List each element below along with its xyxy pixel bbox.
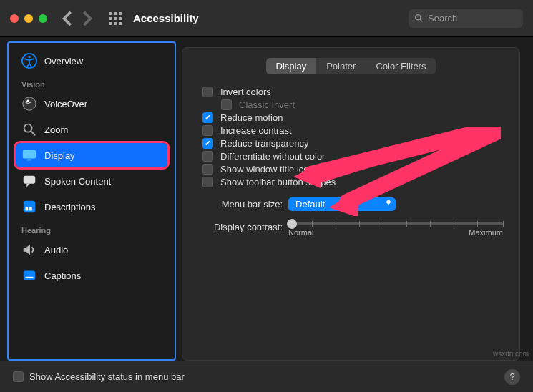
svg-rect-24 — [26, 277, 34, 278]
svg-rect-18 — [27, 160, 31, 161]
svg-rect-19 — [24, 176, 36, 184]
display-icon — [21, 147, 37, 163]
sidebar-item-label: Descriptions — [44, 202, 96, 212]
watermark: wsxdn.com — [493, 350, 529, 358]
svg-rect-3 — [109, 17, 112, 20]
svg-line-16 — [31, 132, 36, 136]
captions-icon — [21, 268, 37, 283]
svg-rect-6 — [109, 22, 112, 25]
checkbox[interactable] — [202, 125, 213, 136]
sidebar-item-display[interactable]: Display — [16, 143, 167, 167]
checkbox[interactable] — [202, 112, 213, 123]
svg-rect-22 — [29, 207, 32, 211]
settings-panel: Display Pointer Color Filters Invert col… — [182, 47, 520, 361]
option-toolbar-shapes[interactable]: Show toolbar button shapes — [202, 177, 505, 187]
sidebar-item-label: Zoom — [44, 124, 68, 135]
help-button[interactable]: ? — [504, 369, 520, 385]
checkbox[interactable] — [202, 87, 213, 97]
sidebar-item-label: Audio — [44, 245, 68, 255]
speech-bubble-icon — [21, 173, 37, 189]
tab-display[interactable]: Display — [266, 58, 317, 74]
sidebar-item-audio[interactable]: Audio — [16, 237, 167, 262]
svg-rect-2 — [119, 12, 122, 15]
svg-rect-5 — [119, 17, 122, 20]
status-checkbox[interactable] — [13, 371, 24, 382]
display-contrast-slider[interactable] — [288, 222, 503, 225]
voiceover-icon — [21, 96, 37, 112]
sidebar-item-overview[interactable]: Overview — [16, 49, 167, 73]
checkbox — [221, 99, 232, 110]
option-increase-contrast[interactable]: Increase contrast — [202, 125, 505, 136]
checkbox[interactable] — [202, 164, 213, 175]
sidebar-item-label: Display — [44, 150, 75, 161]
svg-rect-20 — [24, 201, 36, 213]
back-button[interactable] — [60, 11, 76, 26]
svg-point-9 — [416, 15, 421, 20]
search-placeholder: Search — [428, 13, 457, 24]
svg-rect-0 — [109, 12, 112, 15]
close-window-button[interactable] — [10, 14, 19, 23]
content-area: Display Pointer Color Filters Invert col… — [176, 37, 533, 361]
footer-bar: Show Accessibility status in menu bar ? — [0, 361, 533, 392]
option-reduce-motion[interactable]: Reduce motion — [202, 112, 505, 123]
minimize-window-button[interactable] — [24, 14, 33, 23]
menu-bar-size-row: Menu bar size: Default — [202, 197, 505, 211]
sidebar-item-label: Captions — [44, 270, 81, 281]
sidebar-item-label: VoiceOver — [44, 99, 87, 109]
search-icon — [414, 14, 424, 23]
svg-line-10 — [420, 19, 422, 21]
sidebar-item-label: Overview — [44, 56, 83, 67]
page-title: Accessibility — [133, 12, 199, 24]
option-invert-colors[interactable]: Invert colors — [202, 87, 505, 97]
checkbox[interactable] — [202, 151, 213, 162]
sidebar-section-vision: Vision — [21, 80, 167, 89]
window-titlebar: Accessibility Search — [0, 0, 533, 37]
window-controls — [10, 14, 47, 23]
svg-rect-17 — [23, 150, 36, 159]
svg-rect-1 — [114, 12, 117, 15]
display-contrast-row: Display contrast: Normal Maximum — [202, 217, 505, 237]
maximize-window-button[interactable] — [39, 14, 47, 23]
search-input[interactable]: Search — [409, 9, 523, 28]
tab-pointer[interactable]: Pointer — [316, 58, 366, 74]
grid-icon[interactable] — [107, 11, 123, 26]
svg-rect-23 — [24, 271, 36, 280]
forward-button[interactable] — [79, 11, 94, 26]
sidebar-item-label: Spoken Content — [44, 176, 111, 187]
option-differentiate[interactable]: Differentiate without color — [202, 151, 505, 162]
tab-bar: Display Pointer Color Filters — [197, 48, 505, 84]
sidebar-item-descriptions[interactable]: Descriptions — [16, 195, 167, 219]
slider-max-label: Maximum — [469, 228, 503, 237]
status-label: Show Accessibility status in menu bar — [29, 371, 185, 382]
tab-color-filters[interactable]: Color Filters — [366, 58, 436, 74]
svg-rect-7 — [114, 22, 117, 25]
sidebar-section-hearing: Hearing — [21, 226, 167, 235]
svg-point-14 — [26, 100, 29, 103]
svg-rect-21 — [26, 207, 29, 211]
option-window-title-icons[interactable]: Show window title icons — [202, 164, 505, 175]
menu-bar-size-label: Menu bar size: — [202, 199, 283, 210]
svg-rect-8 — [119, 22, 122, 25]
sidebar-item-captions[interactable]: Captions — [16, 263, 167, 288]
accessibility-icon — [21, 53, 37, 69]
option-classic-invert: Classic Invert — [221, 99, 505, 110]
svg-rect-4 — [114, 17, 117, 20]
sidebar-item-voiceover[interactable]: VoiceOver — [16, 92, 167, 116]
menu-bar-size-select[interactable]: Default — [288, 197, 396, 211]
checkbox[interactable] — [202, 138, 213, 149]
svg-point-13 — [23, 97, 36, 110]
descriptions-icon — [21, 199, 37, 215]
display-contrast-label: Display contrast: — [202, 222, 283, 232]
sidebar: Overview Vision VoiceOver Zoom Display S… — [7, 41, 176, 361]
slider-min-label: Normal — [288, 228, 313, 237]
speaker-icon — [21, 242, 37, 258]
sidebar-item-zoom[interactable]: Zoom — [16, 117, 167, 142]
checkbox[interactable] — [202, 177, 213, 187]
svg-point-15 — [24, 124, 32, 132]
svg-point-12 — [28, 56, 31, 59]
option-reduce-transparency[interactable]: Reduce transparency — [202, 138, 505, 149]
sidebar-item-spoken-content[interactable]: Spoken Content — [16, 169, 167, 193]
zoom-icon — [21, 122, 37, 137]
slider-knob[interactable] — [287, 219, 297, 229]
